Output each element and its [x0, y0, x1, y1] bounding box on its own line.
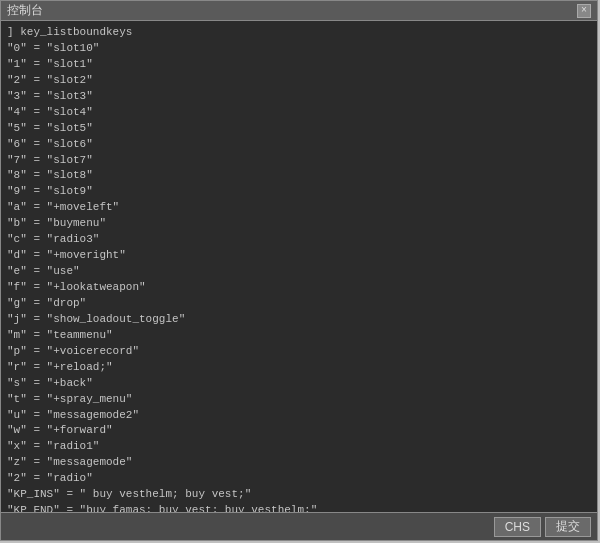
submit-button[interactable]: 提交 [545, 517, 591, 537]
console-line: "a" = "+moveleft" [7, 200, 591, 216]
bottom-bar: CHS 提交 [1, 512, 597, 540]
console-line: "2" = "slot2" [7, 73, 591, 89]
title-bar: 控制台 × [1, 1, 597, 21]
console-line: "p" = "+voicerecord" [7, 344, 591, 360]
console-line: "t" = "+spray_menu" [7, 392, 591, 408]
console-line: "1" = "slot1" [7, 57, 591, 73]
console-output[interactable]: ] key_listboundkeys"0" = "slot10""1" = "… [1, 21, 597, 512]
console-line: ] key_listboundkeys [7, 25, 591, 41]
console-line: "z" = "messagemode" [7, 455, 591, 471]
console-line: "j" = "show_loadout_toggle" [7, 312, 591, 328]
console-line: "s" = "+back" [7, 376, 591, 392]
console-line: "x" = "radio1" [7, 439, 591, 455]
console-line: "2" = "radio" [7, 471, 591, 487]
main-container: 控制台 × ] key_listboundkeys"0" = "slot10""… [0, 0, 598, 541]
console-window: 控制台 × ] key_listboundkeys"0" = "slot10""… [0, 0, 598, 541]
console-line: "b" = "buymenu" [7, 216, 591, 232]
console-line: "5" = "slot5" [7, 121, 591, 137]
console-line: "f" = "+lookatweapon" [7, 280, 591, 296]
console-line: "KP_END" = "buy famas; buy vest; buy ves… [7, 503, 591, 512]
console-line: "8" = "slot8" [7, 168, 591, 184]
window-title: 控制台 [7, 2, 43, 19]
console-line: "w" = "+forward" [7, 423, 591, 439]
console-line: "0" = "slot10" [7, 41, 591, 57]
console-line: "e" = "use" [7, 264, 591, 280]
console-line: "d" = "+moveright" [7, 248, 591, 264]
console-line: "9" = "slot9" [7, 184, 591, 200]
console-line: "c" = "radio3" [7, 232, 591, 248]
console-line: "4" = "slot4" [7, 105, 591, 121]
close-button[interactable]: × [577, 4, 591, 18]
console-line: "u" = "messagemode2" [7, 408, 591, 424]
console-line: "6" = "slot6" [7, 137, 591, 153]
console-line: "3" = "slot3" [7, 89, 591, 105]
console-line: "KP_INS" = " buy vesthelm; buy vest;" [7, 487, 591, 503]
chs-button[interactable]: CHS [494, 517, 541, 537]
console-line: "m" = "teammenu" [7, 328, 591, 344]
console-line: "7" = "slot7" [7, 153, 591, 169]
console-line: "g" = "drop" [7, 296, 591, 312]
console-line: "r" = "+reload;" [7, 360, 591, 376]
